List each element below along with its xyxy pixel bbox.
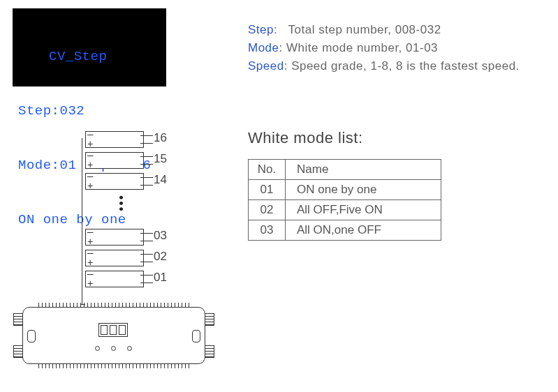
def-step-key: Step xyxy=(248,23,274,36)
minus-icon: — xyxy=(87,131,93,138)
def-speed-text: Speed grade, 1-8, 8 is the fastest speed… xyxy=(291,59,520,73)
def-step: Step: Total step number, 008-032 xyxy=(248,21,520,39)
def-speed-key: Speed xyxy=(248,59,284,73)
def-mode-text: White mode number, 01-03 xyxy=(286,41,438,54)
col-no: No. xyxy=(249,160,286,180)
side-terminal-icon xyxy=(13,313,23,326)
minus-icon: — xyxy=(87,271,93,278)
wire xyxy=(140,275,153,276)
wire xyxy=(140,254,153,255)
port-block: — + xyxy=(85,250,144,266)
port-block: — + xyxy=(85,131,144,148)
port-label: 03 xyxy=(154,229,167,243)
lcd-title: CV_Step xyxy=(18,47,162,66)
seven-segment-icon xyxy=(98,323,128,337)
table-row: 01 ON one by one xyxy=(249,180,441,200)
wiring-diagram: — + 16 — + 15 — + 14 ••• — + 03 — + 02 —… xyxy=(22,131,218,382)
seg-icon xyxy=(110,325,117,335)
minus-icon: — xyxy=(87,229,93,236)
def-speed: Speed: Speed grade, 1-8, 8 is the fastes… xyxy=(248,57,520,75)
table-header-row: No. Name xyxy=(249,160,441,180)
cell-no: 03 xyxy=(249,220,286,241)
plus-icon: + xyxy=(87,259,93,266)
mount-hole-icon xyxy=(27,330,36,342)
wire xyxy=(140,282,153,283)
def-mode: Mode: White mode number, 01-03 xyxy=(248,39,520,57)
white-mode-title: White mode list: xyxy=(248,129,363,147)
wire xyxy=(140,164,153,165)
cell-no: 01 xyxy=(249,180,286,200)
wire xyxy=(140,185,153,186)
bus-line xyxy=(82,138,83,304)
wire xyxy=(140,262,153,262)
wire xyxy=(140,135,153,136)
parameter-definitions: Step: Total step number, 008-032 Mode: W… xyxy=(248,21,520,75)
plus-icon: + xyxy=(87,280,93,287)
lcd-display: CV_Step Step:032 Mode:01 Speed:6 ON one … xyxy=(13,8,166,86)
side-terminal-icon xyxy=(205,345,214,358)
controller-buttons-icon xyxy=(95,346,132,351)
def-mode-key: Mode xyxy=(248,41,279,54)
plus-icon: + xyxy=(87,183,93,190)
seg-icon xyxy=(101,325,108,335)
side-terminal-icon xyxy=(13,345,23,358)
minus-icon: — xyxy=(87,250,93,257)
cell-name: All OFF,Five ON xyxy=(286,200,441,220)
terminal-strip-bottom-icon xyxy=(38,364,189,368)
wire xyxy=(140,241,153,241)
port-label: 16 xyxy=(154,131,167,145)
ellipsis-icon: ••• xyxy=(113,195,128,213)
port-label: 02 xyxy=(154,250,167,264)
side-terminal-icon xyxy=(205,313,214,326)
button-dot-icon xyxy=(127,346,132,351)
button-dot-icon xyxy=(95,346,100,351)
port-block: — + xyxy=(85,271,144,287)
white-mode-table: No. Name 01 ON one by one 02 All OFF,Fiv… xyxy=(248,159,441,241)
port-block: — + xyxy=(85,152,144,169)
port-label: 14 xyxy=(154,173,167,187)
wire xyxy=(140,143,153,144)
mount-hole-icon xyxy=(192,330,200,342)
cell-name: All ON,one OFF xyxy=(286,220,441,241)
wire xyxy=(140,233,153,234)
port-block: — + xyxy=(85,173,144,190)
table-row: 03 All ON,one OFF xyxy=(249,220,441,241)
minus-icon: — xyxy=(87,152,93,159)
seg-icon xyxy=(119,325,126,335)
col-name: Name xyxy=(286,160,441,180)
plus-icon: + xyxy=(87,162,93,169)
plus-icon: + xyxy=(87,239,93,246)
plus-icon: + xyxy=(87,141,93,148)
port-label: 15 xyxy=(154,152,167,166)
controller-box xyxy=(22,307,205,364)
cell-name: ON one by one xyxy=(286,180,441,200)
lcd-line-step: Step:032 xyxy=(18,102,162,120)
table-row: 02 All OFF,Five ON xyxy=(249,200,441,220)
wire xyxy=(140,156,153,157)
port-label: 01 xyxy=(154,271,167,285)
def-step-text: Total step number, 008-032 xyxy=(288,23,441,36)
port-block: — + xyxy=(85,229,144,246)
wire xyxy=(140,177,153,178)
terminal-strip-top-icon xyxy=(38,303,189,307)
minus-icon: — xyxy=(87,173,93,180)
cell-no: 02 xyxy=(249,200,286,220)
button-dot-icon xyxy=(111,346,116,351)
